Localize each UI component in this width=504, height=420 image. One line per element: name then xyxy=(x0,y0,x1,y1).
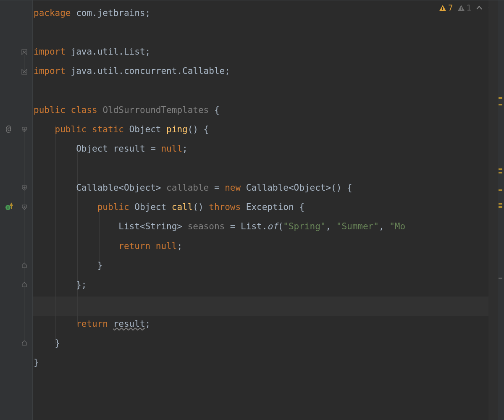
scrollbar-track[interactable] xyxy=(488,0,498,420)
weak-warning-triangle-icon xyxy=(457,4,465,12)
fold-end-icon[interactable] xyxy=(21,262,28,269)
current-line-highlight xyxy=(33,297,504,316)
code-line: Callable<Object> callable = new Callable… xyxy=(33,184,352,192)
warning-stripe[interactable] xyxy=(499,104,502,105)
fold-end-icon[interactable] xyxy=(21,281,28,288)
code-line: public static Object ping() { xyxy=(33,125,209,134)
warning-count: 7 xyxy=(448,4,453,12)
indent-guide xyxy=(55,126,56,344)
code-line: public class OldSurroundTemplates { xyxy=(33,106,220,115)
error-stripe[interactable] xyxy=(498,0,504,420)
fold-collapse-icon[interactable] xyxy=(21,126,28,133)
code-line: import java.util.concurrent.Callable; xyxy=(33,67,230,76)
code-line: }; xyxy=(33,281,87,289)
fold-line xyxy=(24,131,24,341)
weak-warning-stripe[interactable] xyxy=(499,278,502,279)
warning-triangle-icon xyxy=(439,4,446,12)
code-line: } xyxy=(33,261,102,270)
fold-end-icon[interactable] xyxy=(21,68,28,75)
code-editor[interactable]: 7 1 package com.jetbrai xyxy=(33,0,504,420)
prev-highlight-icon[interactable] xyxy=(475,4,483,12)
fold-collapse-icon[interactable] xyxy=(21,204,28,210)
warnings-indicator[interactable]: 7 xyxy=(439,4,453,12)
svg-rect-3 xyxy=(442,7,443,9)
warning-stripe[interactable] xyxy=(499,172,502,173)
code-line: } xyxy=(33,339,60,348)
svg-rect-1 xyxy=(8,206,8,207)
code-line: Object result = null; xyxy=(33,144,188,153)
fold-collapse-icon[interactable] xyxy=(21,184,28,191)
warning-stripe[interactable] xyxy=(499,97,502,99)
warning-stripe[interactable] xyxy=(499,203,502,205)
weak-warnings-indicator[interactable]: 1 xyxy=(457,4,471,12)
override-gutter-icon[interactable]: @ xyxy=(2,125,15,134)
indent-guide xyxy=(77,145,78,326)
svg-rect-4 xyxy=(442,9,443,10)
code-line: List<String> seasons = List.of("Spring",… xyxy=(33,222,405,231)
up-arrow-icon xyxy=(9,202,13,210)
inspection-summary[interactable]: 7 1 xyxy=(439,4,495,12)
fold-collapse-icon[interactable] xyxy=(21,49,28,55)
code-line: } xyxy=(33,358,39,367)
warning-stripe[interactable] xyxy=(499,189,502,191)
code-line: import java.util.List; xyxy=(33,47,150,56)
fold-end-icon[interactable] xyxy=(21,340,28,346)
svg-rect-5 xyxy=(461,7,462,9)
warning-stripe[interactable] xyxy=(499,206,502,208)
weak-warning-count: 1 xyxy=(467,4,471,12)
indent-guide xyxy=(99,203,100,266)
warning-stripe[interactable] xyxy=(499,168,502,170)
annotation-gutter: @ xyxy=(0,0,17,420)
code-line: return result; xyxy=(33,320,150,328)
svg-rect-6 xyxy=(461,9,462,10)
code-line: return null; xyxy=(33,242,182,251)
fold-gutter xyxy=(17,0,33,420)
code-line: package com.jetbrains; xyxy=(33,9,150,18)
svg-rect-2 xyxy=(8,207,8,209)
code-line: public Object call() throws Exception { xyxy=(33,203,304,212)
